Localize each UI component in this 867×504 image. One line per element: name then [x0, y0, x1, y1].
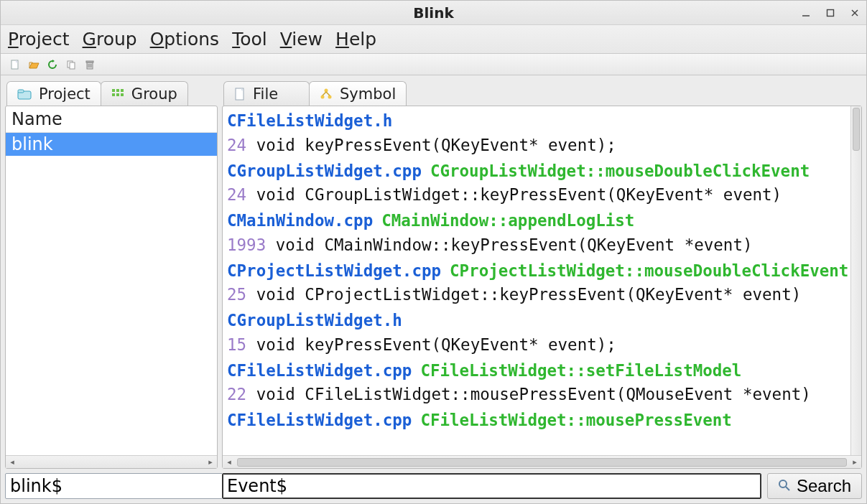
svg-line-27 [323, 92, 326, 95]
result-item[interactable]: CProjectListWidget.cppCProjectListWidget… [227, 259, 857, 308]
left-filter-row [5, 473, 218, 499]
svg-rect-15 [18, 90, 24, 93]
menu-options[interactable]: Options [150, 29, 219, 50]
minimize-button[interactable] [800, 7, 812, 19]
line-number: 25 [227, 285, 246, 304]
result-function[interactable]: CFileListWidget::mousePressEvent [420, 411, 731, 429]
result-code-line: 24 void keyPressEvent(QKeyEvent* event); [227, 134, 857, 158]
result-item[interactable]: CFileListWidget.cppCFileListWidget::mous… [227, 409, 857, 433]
svg-rect-20 [116, 93, 119, 96]
vscroll-thumb[interactable] [853, 108, 860, 151]
right-hscrollbar[interactable]: ◂ ▸ [223, 455, 861, 468]
right-tab-symbol[interactable]: Symbol [309, 81, 407, 106]
code-text: void CGroupListWidget::keyPressEvent(QKe… [256, 185, 782, 204]
tab-label: Group [131, 85, 177, 103]
left-tab-group[interactable]: Group [101, 81, 188, 106]
trash-button[interactable] [83, 57, 97, 72]
code-text: void CProjectListWidget::keyPressEvent(Q… [256, 285, 802, 304]
hscroll-thumb[interactable] [237, 458, 847, 467]
toolbar [1, 54, 866, 75]
result-file[interactable]: CFileListWidget.cpp [227, 411, 412, 429]
result-file[interactable]: CMainWindow.cpp [227, 211, 373, 230]
close-button[interactable] [849, 7, 861, 19]
svg-line-30 [786, 487, 789, 490]
open-button[interactable] [27, 57, 41, 72]
result-item[interactable]: CGroupListWidget.h15 void keyPressEvent(… [227, 309, 857, 358]
result-file[interactable]: CFileListWidget.h [227, 111, 392, 130]
result-item[interactable]: CFileListWidget.cppCFileListWidget::setF… [227, 359, 857, 408]
reload-button[interactable] [45, 57, 60, 72]
result-function[interactable]: CFileListWidget::setFileListModel [420, 361, 741, 380]
left-tab-project[interactable]: Project [6, 81, 101, 106]
right-vscrollbar[interactable] [850, 106, 861, 455]
svg-rect-10 [86, 61, 93, 62]
symbol-results-panel: CFileListWidget.h24 void keyPressEvent(Q… [222, 106, 862, 469]
result-function[interactable]: CMainWindow::appendLogList [381, 211, 634, 230]
scroll-right-icon[interactable]: ▸ [850, 457, 860, 467]
right-tabs: FileSymbol [222, 80, 862, 106]
svg-point-24 [325, 88, 328, 92]
result-header: CFileListWidget.h [227, 109, 857, 134]
tree-item[interactable]: blink [6, 133, 217, 156]
result-file[interactable]: CGroupListWidget.h [227, 311, 402, 330]
result-item[interactable]: CMainWindow.cppCMainWindow::appendLogLis… [227, 209, 857, 258]
menu-project[interactable]: Project [8, 29, 70, 50]
code-text: void keyPressEvent(QKeyEvent* event); [256, 136, 616, 154]
result-code-line: 25 void CProjectListWidget::keyPressEven… [227, 283, 857, 307]
tab-label: Project [39, 85, 91, 103]
svg-rect-19 [112, 93, 115, 96]
menubar: ProjectGroupOptionsToolViewHelp [1, 25, 866, 54]
menu-view[interactable]: View [280, 29, 323, 50]
result-file[interactable]: CFileListWidget.cpp [227, 361, 412, 380]
code-text: void CFileListWidget::mousePressEvent(QM… [256, 385, 811, 403]
result-code-line: 15 void keyPressEvent(QKeyEvent* event); [227, 333, 857, 358]
tree-column-header[interactable]: Name [6, 106, 217, 133]
code-text: void keyPressEvent(QKeyEvent* event); [256, 335, 616, 354]
svg-rect-1 [827, 10, 834, 17]
project-filter-input[interactable] [5, 473, 231, 499]
result-header: CFileListWidget.cppCFileListWidget::mous… [227, 409, 857, 433]
right-tab-file[interactable]: File [223, 81, 310, 106]
copy-button[interactable] [64, 57, 78, 72]
symbol-results-list[interactable]: CFileListWidget.h24 void keyPressEvent(Q… [223, 106, 861, 455]
menu-tool[interactable]: Tool [232, 29, 267, 50]
left-hscrollbar[interactable]: ◂ ▸ [6, 455, 217, 468]
reload-icon [47, 59, 58, 70]
scroll-right-icon[interactable]: ▸ [205, 457, 215, 467]
window-title: Blink [413, 4, 454, 22]
result-function[interactable]: CProjectListWidget::mouseDoubleClickEven… [450, 261, 848, 280]
result-header: CGroupListWidget.h [227, 309, 857, 333]
result-item[interactable]: CFileListWidget.h24 void keyPressEvent(Q… [227, 109, 857, 158]
project-tree-view[interactable]: Name blink [6, 106, 217, 455]
result-file[interactable]: CProjectListWidget.cpp [227, 261, 441, 280]
tab-label: Symbol [340, 85, 396, 103]
menu-group[interactable]: Group [83, 29, 137, 50]
line-number: 24 [227, 185, 246, 204]
svg-rect-18 [121, 89, 124, 92]
search-button-label: Search [797, 476, 851, 496]
result-function[interactable]: CGroupListWidget::mouseDoubleClickEvent [430, 162, 810, 180]
symbol-search-input[interactable] [222, 473, 761, 499]
svg-rect-16 [112, 89, 115, 92]
titlebar: Blink [1, 1, 866, 25]
left-panel: ProjectGroup Name blink ◂ ▸ [5, 80, 218, 499]
result-code-line: 22 void CFileListWidget::mousePressEvent… [227, 383, 857, 407]
svg-point-29 [779, 480, 787, 487]
code-text: void CMainWindow::keyPressEvent(QKeyEven… [276, 235, 753, 254]
file-icon [234, 88, 246, 101]
scroll-left-icon[interactable]: ◂ [7, 457, 17, 467]
project-icon [17, 88, 32, 100]
result-file[interactable]: CGroupListWidget.cpp [227, 162, 422, 180]
menu-help[interactable]: Help [335, 29, 376, 50]
new-file-button[interactable] [8, 57, 22, 72]
result-header: CGroupListWidget.cppCGroupListWidget::mo… [227, 159, 857, 184]
maximize-button[interactable] [825, 7, 836, 19]
body: ProjectGroup Name blink ◂ ▸ FileSymbol C… [1, 75, 866, 503]
result-item[interactable]: CGroupListWidget.cppCGroupListWidget::mo… [227, 159, 857, 208]
svg-rect-17 [116, 89, 119, 92]
search-button[interactable]: Search [767, 473, 862, 499]
new-file-icon [9, 59, 21, 70]
scroll-left-icon[interactable]: ◂ [224, 457, 234, 467]
project-tree: Name blink ◂ ▸ [5, 106, 218, 469]
symbol-icon [320, 88, 333, 101]
